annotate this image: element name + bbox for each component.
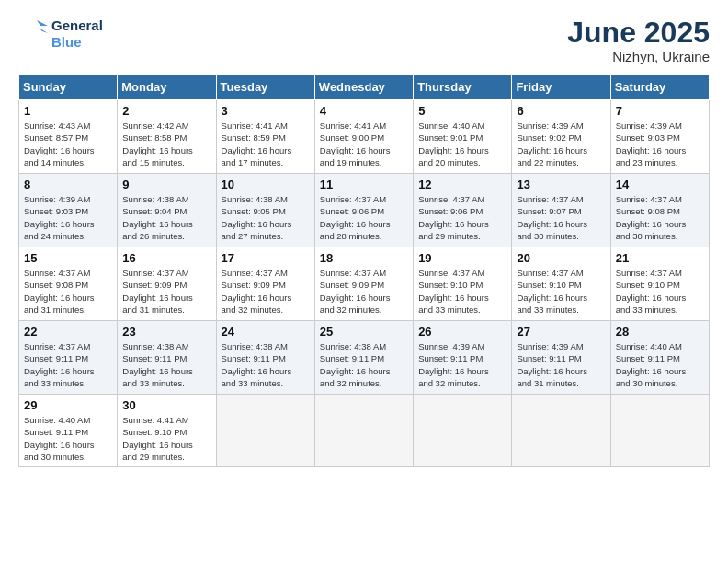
day-number: 19 [418, 251, 506, 265]
cell-info: Sunrise: 4:41 AMSunset: 8:59 PMDaylight:… [222, 120, 310, 168]
cell-info: Sunrise: 4:43 AMSunset: 8:57 PMDaylight:… [24, 120, 112, 168]
calendar-table: SundayMondayTuesdayWednesdayThursdayFrid… [18, 74, 710, 467]
cell-info: Sunrise: 4:39 AMSunset: 9:11 PMDaylight:… [517, 340, 605, 389]
calendar-cell: 13Sunrise: 4:37 AMSunset: 9:07 PMDayligh… [512, 174, 610, 247]
calendar-cell: 5Sunrise: 4:40 AMSunset: 9:01 PMDaylight… [414, 100, 512, 174]
logo-line2: Blue [51, 34, 103, 51]
cell-info: Sunrise: 4:41 AMSunset: 9:00 PMDaylight:… [320, 120, 408, 168]
col-header-thursday: Thursday [414, 75, 512, 100]
cell-info: Sunrise: 4:41 AMSunset: 9:10 PMDaylight:… [122, 414, 210, 463]
day-number: 7 [616, 104, 704, 118]
cell-info: Sunrise: 4:37 AMSunset: 9:06 PMDaylight:… [418, 193, 506, 242]
calendar-cell: 8Sunrise: 4:39 AMSunset: 9:03 PMDaylight… [19, 174, 118, 247]
col-header-saturday: Saturday [610, 75, 709, 100]
cell-info: Sunrise: 4:37 AMSunset: 9:08 PMDaylight:… [616, 193, 704, 242]
day-number: 8 [24, 178, 112, 191]
day-number: 18 [320, 251, 408, 265]
calendar-cell [314, 395, 413, 467]
calendar-cell [216, 395, 314, 467]
day-number: 1 [24, 104, 112, 118]
title-area: June 2025 Nizhyn, Ukraine [567, 17, 710, 64]
day-number: 17 [222, 251, 310, 265]
calendar-cell: 10Sunrise: 4:38 AMSunset: 9:05 PMDayligh… [216, 174, 314, 247]
day-number: 28 [616, 325, 704, 339]
cell-info: Sunrise: 4:37 AMSunset: 9:10 PMDaylight:… [517, 267, 605, 316]
calendar-cell: 4Sunrise: 4:41 AMSunset: 9:00 PMDaylight… [314, 100, 413, 174]
calendar-cell: 14Sunrise: 4:37 AMSunset: 9:08 PMDayligh… [610, 174, 709, 247]
cell-info: Sunrise: 4:40 AMSunset: 9:11 PMDaylight:… [24, 414, 112, 463]
day-number: 10 [222, 178, 310, 191]
calendar-cell [512, 395, 610, 467]
cell-info: Sunrise: 4:37 AMSunset: 9:10 PMDaylight:… [616, 267, 704, 316]
col-header-tuesday: Tuesday [216, 75, 314, 100]
calendar-cell: 12Sunrise: 4:37 AMSunset: 9:06 PMDayligh… [414, 174, 512, 247]
cell-info: Sunrise: 4:37 AMSunset: 9:09 PMDaylight:… [320, 267, 408, 316]
logo-line1: General [51, 17, 103, 34]
cell-info: Sunrise: 4:37 AMSunset: 9:10 PMDaylight:… [418, 267, 506, 316]
day-number: 30 [122, 398, 210, 412]
day-number: 26 [418, 325, 506, 339]
calendar-cell: 27Sunrise: 4:39 AMSunset: 9:11 PMDayligh… [512, 321, 610, 395]
cell-info: Sunrise: 4:39 AMSunset: 9:03 PMDaylight:… [616, 120, 704, 168]
cell-info: Sunrise: 4:37 AMSunset: 9:11 PMDaylight:… [24, 340, 112, 389]
calendar-cell: 30Sunrise: 4:41 AMSunset: 9:10 PMDayligh… [118, 395, 216, 467]
day-number: 14 [616, 178, 704, 191]
calendar-cell: 9Sunrise: 4:38 AMSunset: 9:04 PMDaylight… [118, 174, 216, 247]
cell-info: Sunrise: 4:38 AMSunset: 9:11 PMDaylight:… [222, 340, 310, 389]
calendar-cell [610, 395, 709, 467]
day-number: 5 [418, 104, 506, 118]
cell-info: Sunrise: 4:42 AMSunset: 8:58 PMDaylight:… [122, 120, 210, 168]
day-number: 12 [418, 178, 506, 191]
calendar-cell: 21Sunrise: 4:37 AMSunset: 9:10 PMDayligh… [610, 247, 709, 321]
cell-info: Sunrise: 4:37 AMSunset: 9:07 PMDaylight:… [517, 193, 605, 242]
col-header-monday: Monday [118, 75, 216, 100]
day-number: 25 [320, 325, 408, 339]
cell-info: Sunrise: 4:37 AMSunset: 9:09 PMDaylight:… [222, 267, 310, 316]
calendar-cell: 23Sunrise: 4:38 AMSunset: 9:11 PMDayligh… [118, 321, 216, 395]
cell-info: Sunrise: 4:38 AMSunset: 9:04 PMDaylight:… [122, 193, 210, 242]
logo-text: General Blue [51, 17, 103, 51]
calendar-cell: 18Sunrise: 4:37 AMSunset: 9:09 PMDayligh… [314, 247, 413, 321]
subtitle: Nizhyn, Ukraine [567, 49, 710, 64]
day-number: 2 [122, 104, 210, 118]
day-number: 11 [320, 178, 408, 191]
calendar-cell: 28Sunrise: 4:40 AMSunset: 9:11 PMDayligh… [610, 321, 709, 395]
day-number: 27 [517, 325, 605, 339]
logo-container: General Blue [18, 17, 103, 52]
cell-info: Sunrise: 4:37 AMSunset: 9:09 PMDaylight:… [122, 267, 210, 316]
col-header-wednesday: Wednesday [314, 75, 413, 100]
day-number: 13 [517, 178, 605, 191]
month-title: June 2025 [567, 17, 710, 49]
day-number: 20 [517, 251, 605, 265]
cell-info: Sunrise: 4:40 AMSunset: 9:11 PMDaylight:… [616, 340, 704, 389]
week-row-5: 29Sunrise: 4:40 AMSunset: 9:11 PMDayligh… [19, 395, 710, 467]
calendar-cell: 25Sunrise: 4:38 AMSunset: 9:11 PMDayligh… [314, 321, 413, 395]
cell-info: Sunrise: 4:39 AMSunset: 9:03 PMDaylight:… [24, 193, 112, 242]
day-number: 24 [222, 325, 310, 339]
day-number: 9 [122, 178, 210, 191]
calendar-cell: 17Sunrise: 4:37 AMSunset: 9:09 PMDayligh… [216, 247, 314, 321]
cell-info: Sunrise: 4:40 AMSunset: 9:01 PMDaylight:… [418, 120, 506, 168]
calendar-cell [414, 395, 512, 467]
logo-bird-icon [18, 17, 48, 52]
week-row-3: 15Sunrise: 4:37 AMSunset: 9:08 PMDayligh… [19, 247, 710, 321]
svg-marker-1 [39, 28, 48, 33]
week-row-2: 8Sunrise: 4:39 AMSunset: 9:03 PMDaylight… [19, 174, 710, 247]
calendar-cell: 11Sunrise: 4:37 AMSunset: 9:06 PMDayligh… [314, 174, 413, 247]
cell-info: Sunrise: 4:37 AMSunset: 9:08 PMDaylight:… [24, 267, 112, 316]
day-number: 4 [320, 104, 408, 118]
day-number: 3 [222, 104, 310, 118]
calendar-cell: 20Sunrise: 4:37 AMSunset: 9:10 PMDayligh… [512, 247, 610, 321]
day-number: 21 [616, 251, 704, 265]
day-number: 22 [24, 325, 112, 339]
cell-info: Sunrise: 4:38 AMSunset: 9:05 PMDaylight:… [222, 193, 310, 242]
day-number: 29 [24, 398, 112, 412]
calendar-header-row: SundayMondayTuesdayWednesdayThursdayFrid… [19, 75, 710, 100]
calendar-cell: 7Sunrise: 4:39 AMSunset: 9:03 PMDaylight… [610, 100, 709, 174]
calendar-cell: 6Sunrise: 4:39 AMSunset: 9:02 PMDaylight… [512, 100, 610, 174]
day-number: 15 [24, 251, 112, 265]
calendar-cell: 15Sunrise: 4:37 AMSunset: 9:08 PMDayligh… [19, 247, 118, 321]
day-number: 23 [122, 325, 210, 339]
calendar-cell: 3Sunrise: 4:41 AMSunset: 8:59 PMDaylight… [216, 100, 314, 174]
cell-info: Sunrise: 4:39 AMSunset: 9:02 PMDaylight:… [517, 120, 605, 168]
